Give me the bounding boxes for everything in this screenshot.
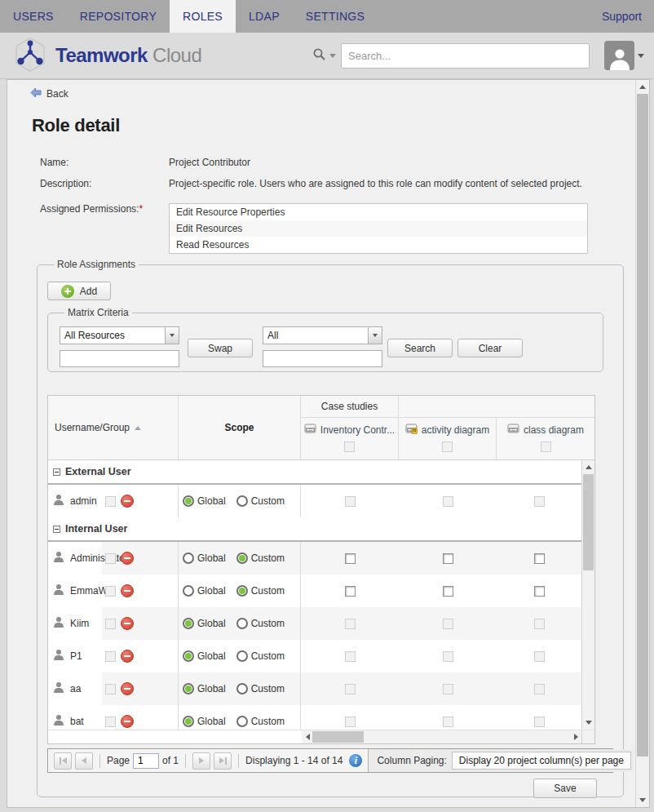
project-assignment-checkbox[interactable] (443, 717, 453, 727)
scope-custom-radio[interactable] (236, 683, 248, 694)
back-link[interactable]: Back (30, 87, 635, 100)
project-assignment-checkbox[interactable] (345, 586, 356, 597)
remove-user-icon[interactable] (121, 495, 134, 508)
scrollbar-thumb[interactable] (583, 474, 594, 570)
project-assignment-checkbox[interactable] (534, 717, 545, 727)
user-menu[interactable] (604, 41, 644, 70)
project-assignment-checkbox[interactable] (443, 586, 453, 597)
row-select-checkbox[interactable] (105, 553, 116, 564)
scroll-down-icon[interactable] (636, 793, 649, 807)
info-icon[interactable]: i (349, 754, 362, 767)
nav-item-roles[interactable]: ROLES (170, 0, 236, 33)
collapse-icon[interactable] (53, 526, 60, 533)
remove-user-icon[interactable] (121, 552, 134, 565)
remove-user-icon[interactable] (121, 650, 134, 663)
scope-custom-radio[interactable] (236, 650, 248, 662)
scope-custom-radio[interactable] (236, 716, 248, 727)
scroll-left-icon[interactable] (302, 730, 313, 743)
resources-filter-input[interactable] (60, 350, 179, 367)
first-page-button[interactable] (54, 752, 72, 770)
project-assignment-checkbox[interactable] (345, 684, 356, 694)
permission-option[interactable]: Read Resources (170, 237, 587, 253)
row-select-checkbox[interactable] (105, 496, 116, 507)
project-assignment-checkbox[interactable] (345, 553, 356, 564)
row-select-checkbox[interactable] (105, 717, 116, 727)
scope-global-radio[interactable] (183, 650, 194, 662)
scroll-up-icon[interactable] (636, 80, 649, 94)
next-page-button[interactable] (192, 752, 210, 770)
project-assignment-checkbox[interactable] (534, 586, 545, 597)
users-filter-input[interactable] (263, 350, 382, 367)
row-select-checkbox[interactable] (105, 684, 116, 694)
nav-item-users[interactable]: USERS (0, 0, 67, 33)
remove-user-icon[interactable] (121, 584, 134, 597)
project-assignment-checkbox[interactable] (345, 651, 356, 662)
nav-item-repository[interactable]: REPOSITORY (67, 0, 170, 33)
column-header-scope[interactable]: Scope (179, 396, 301, 459)
users-select[interactable]: All (263, 326, 382, 344)
nav-item-support[interactable]: Support (590, 0, 654, 33)
scroll-down-icon[interactable] (582, 716, 594, 730)
previous-page-button[interactable] (75, 752, 93, 770)
project-assignment-checkbox[interactable] (534, 496, 545, 507)
project-select-all-checkbox[interactable] (442, 441, 453, 452)
permission-option[interactable]: Edit Resource Properties (170, 204, 587, 220)
scroll-right-icon[interactable] (570, 730, 581, 743)
row-select-checkbox[interactable] (105, 586, 116, 597)
scope-global-radio[interactable] (183, 552, 194, 564)
search-icon[interactable] (312, 47, 326, 64)
project-column-header[interactable]: Inventory Contr... (301, 418, 399, 459)
project-assignment-checkbox[interactable] (534, 619, 545, 629)
scrollbar-thumb[interactable] (312, 731, 364, 743)
clear-button[interactable]: Clear (457, 339, 523, 357)
column-header-username-group[interactable]: Username/Group (48, 396, 179, 459)
nav-item-ldap[interactable]: LDAP (236, 0, 293, 33)
search-button[interactable]: Search (387, 339, 453, 357)
scope-global-radio[interactable] (183, 585, 194, 597)
main-vertical-scrollbar[interactable] (635, 80, 649, 807)
permission-option[interactable]: Edit Resources (170, 220, 587, 237)
search-options-caret-icon[interactable] (329, 54, 336, 58)
scope-custom-radio[interactable] (236, 552, 248, 564)
add-button[interactable]: Add (47, 282, 111, 300)
save-button[interactable]: Save (533, 779, 597, 798)
scroll-up-icon[interactable] (582, 460, 594, 474)
resources-select[interactable]: All Resources (60, 326, 179, 344)
project-select-all-checkbox[interactable] (344, 441, 355, 452)
scope-global-radio[interactable] (183, 716, 194, 727)
scope-custom-radio[interactable] (236, 495, 248, 507)
scope-global-radio[interactable] (183, 618, 194, 629)
remove-user-icon[interactable] (121, 617, 134, 630)
project-assignment-checkbox[interactable] (443, 651, 453, 662)
project-assignment-checkbox[interactable] (443, 619, 453, 629)
project-assignment-checkbox[interactable] (345, 619, 356, 629)
row-select-checkbox[interactable] (105, 651, 116, 662)
chevron-down-icon[interactable] (165, 327, 179, 344)
last-page-button[interactable] (214, 752, 232, 770)
swap-button[interactable]: Swap (188, 339, 253, 357)
nav-item-settings[interactable]: SETTINGS (293, 0, 378, 33)
scrollbar-thumb[interactable] (637, 94, 648, 757)
project-assignment-checkbox[interactable] (534, 651, 545, 662)
project-assignment-checkbox[interactable] (345, 496, 356, 507)
remove-user-icon[interactable] (121, 682, 134, 695)
row-select-checkbox[interactable] (105, 619, 116, 629)
table-vertical-scrollbar[interactable] (581, 460, 594, 730)
user-menu-caret-icon[interactable] (638, 54, 644, 58)
project-assignment-checkbox[interactable] (345, 717, 356, 727)
scope-custom-radio[interactable] (236, 585, 248, 597)
user-avatar-icon[interactable] (604, 41, 634, 70)
search-input[interactable] (341, 43, 590, 69)
project-assignment-checkbox[interactable] (534, 553, 545, 564)
remove-user-icon[interactable] (121, 715, 134, 728)
scope-custom-radio[interactable] (236, 618, 248, 629)
collapse-icon[interactable] (53, 468, 60, 476)
project-assignment-checkbox[interactable] (443, 684, 453, 694)
column-paging-value[interactable]: Display 20 project column(s) per page (452, 752, 631, 770)
project-assignment-checkbox[interactable] (443, 496, 453, 507)
horizontal-scroll-track[interactable] (302, 730, 581, 743)
chevron-down-icon[interactable] (368, 327, 382, 344)
project-column-header[interactable]: class diagram (497, 418, 594, 459)
scope-global-radio[interactable] (183, 495, 194, 507)
project-select-all-checkbox[interactable] (541, 441, 551, 452)
